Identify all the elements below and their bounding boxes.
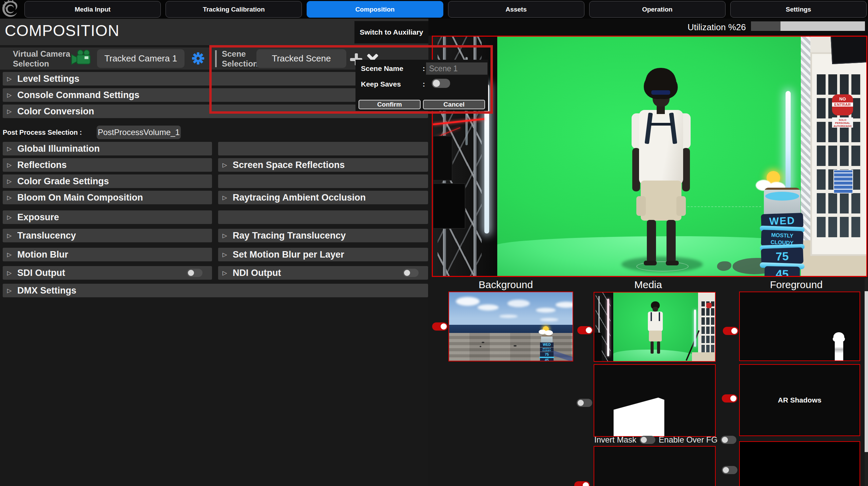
floor-debris [514,345,517,347]
section-screen-space-reflections[interactable]: ▷Screen Space Reflections [218,158,428,172]
ar-weather-barrel-mini: WED MOSTLY CLOUDY 75 45 [540,336,554,361]
media-row3-toggle[interactable] [574,481,590,486]
utilization-label: Utilization %26 [688,22,746,33]
studio-speaker [594,333,602,362]
caret-right-icon: ▷ [7,178,12,185]
clouds [456,297,480,306]
section-exposure[interactable]: ▷Exposure [3,210,212,224]
scene-name-dialog: Scene Name : Keep Saves : Confirm Cancel [355,60,488,111]
caret-right-icon: ▷ [223,162,227,168]
blue-info-sign [833,170,853,193]
tab-composition[interactable]: Composition [307,1,443,18]
talent-arm [682,148,690,191]
ar-shadows-toggle[interactable] [722,394,737,403]
media-thumbnail[interactable] [594,292,716,362]
talent-shirt [639,110,683,185]
media-enable-toggle[interactable] [577,326,593,334]
caret-right-icon: ▷ [7,232,12,239]
beige-floor [692,352,716,362]
scrollbar-thumb[interactable] [865,291,868,452]
floor-debris [480,346,481,347]
sunglasses [651,90,670,95]
section-global-illumination[interactable]: ▷Global Illumination [3,142,212,155]
talent-leg [647,220,656,263]
talent-shorts [641,181,681,221]
gear-icon[interactable] [192,52,205,65]
caret-right-icon: ▷ [7,251,12,258]
foreground-header: Foreground [770,279,823,291]
video-camera-icon [71,48,93,69]
switch-to-auxiliary-button[interactable]: Switch to Auxiliary [354,21,428,43]
scene-select[interactable]: Tracked Scene [256,49,346,68]
section-ray-tracing-translucency[interactable]: ▷Ray Tracing Translucency [218,229,428,242]
foreground-row3-thumbnail[interactable] [739,441,860,486]
enable-over-fg-toggle[interactable] [721,436,736,444]
caret-right-icon: ▷ [7,214,12,221]
tab-media-input[interactable]: Media Input [24,1,161,18]
brand-dragon-logo-icon [1,0,20,19]
tab-assets[interactable]: Assets [448,1,584,18]
talent-leg [657,341,660,354]
keep-saves-toggle[interactable] [432,79,450,88]
talent-face [653,307,658,312]
tab-settings[interactable]: Settings [730,1,867,18]
confirm-button[interactable]: Confirm [359,100,421,109]
section-spacer [218,174,428,188]
main-tabs: Media Input Tracking Calibration Composi… [24,1,867,18]
no-entrar-sign: NO ENTRAR [832,94,853,115]
caret-right-icon: ▷ [223,269,227,276]
scene-name-input[interactable] [426,62,487,75]
colon: : [423,64,425,73]
foreground-thumbnail[interactable] [739,292,860,361]
sea [449,325,573,333]
section-reflections[interactable]: ▷Reflections [3,158,212,172]
sdi-output-toggle[interactable] [187,269,202,277]
talent-foot [666,261,679,265]
section-dmx-settings[interactable]: ▷DMX Settings [3,284,428,297]
section-set-motion-blur-per-layer[interactable]: ▷Set Motion Blur per Layer [218,248,428,261]
section-ndi-output[interactable]: ▷NDI Output [218,266,428,280]
scene-selection-label: SceneSelection [222,49,258,69]
invert-mask-label: Invert Mask [594,435,636,445]
caret-right-icon: ▷ [7,145,12,152]
post-process-row: Post Process Selection : PostProcessVolu… [3,126,428,139]
studio-door-wall: NO ENTRAR SOLO PERSONAL AUTORIZADO [801,37,867,277]
section-translucency[interactable]: ▷Translucency [3,229,212,242]
tab-operation[interactable]: Operation [589,1,726,18]
garbage-matte-shape [594,365,715,436]
section-sdi-output[interactable]: ▷SDI Output [3,266,212,280]
mask-enable-toggle[interactable] [577,399,592,407]
media-row3-thumbnail[interactable] [594,446,716,486]
section-bloom-main-composition[interactable]: ▷Bloom On Main Composition [3,191,212,204]
background-thumbnail[interactable]: WED MOSTLY CLOUDY 75 45 [448,292,573,361]
french-door [810,52,867,256]
section-color-grade-settings[interactable]: ▷Color Grade Settings [3,174,212,188]
section-raytracing-ambient-occlusion[interactable]: ▷Raytracing Ambient Occlusion [218,191,428,204]
caret-right-icon: ▷ [223,194,227,201]
ar-shadows-thumbnail[interactable]: AR Shadows [739,364,860,436]
cargo-pocket [636,196,646,216]
invert-mask-toggle[interactable] [640,436,655,444]
ndi-output-toggle[interactable] [403,269,419,277]
post-process-select[interactable]: PostProcessVolume_1 [97,126,181,139]
led-tube [786,91,791,189]
media-mask-thumbnail[interactable] [594,364,716,437]
virtual-camera-select[interactable]: Tracked Camera 1 [97,49,185,68]
post-process-label: Post Process Selection : [3,129,82,136]
talent-leg [667,220,676,263]
divider [215,50,217,67]
caret-right-icon: ▷ [223,232,227,239]
chest-strap [650,123,672,126]
section-motion-blur[interactable]: ▷Motion Blur [3,248,212,261]
foreground-enable-toggle[interactable] [723,327,738,335]
background-enable-toggle[interactable] [432,322,448,331]
led-tube [694,310,696,347]
section-spacer [218,210,428,224]
media-header: Media [634,279,662,291]
foreground-row3-toggle[interactable] [722,466,737,474]
tab-tracking-calibration[interactable]: Tracking Calibration [166,1,302,18]
colon: : [423,80,425,88]
camera-rig [433,183,465,229]
wall-monitor [831,36,867,64]
cancel-button[interactable]: Cancel [423,100,485,109]
